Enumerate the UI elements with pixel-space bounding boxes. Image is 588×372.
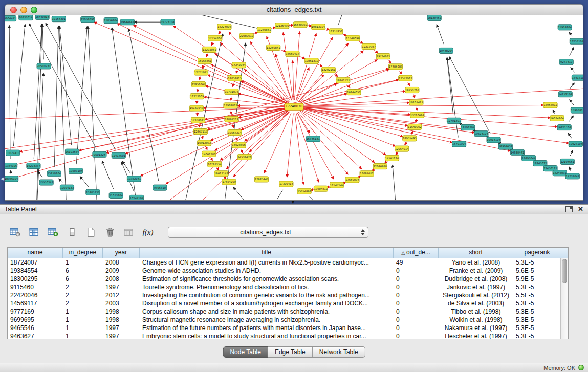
graph-node[interactable]: 12417501	[112, 152, 125, 158]
graph-node[interactable]: 10914104	[487, 137, 501, 143]
graph-node[interactable]: 15354861	[297, 188, 311, 194]
graph-node[interactable]: 12104551	[560, 159, 574, 164]
graph-node[interactable]: 19507104	[69, 168, 83, 174]
graph-node[interactable]: 12217452	[329, 29, 343, 34]
graph-node[interactable]: 18130452	[427, 15, 441, 21]
graph-node[interactable]: 18224006	[217, 24, 232, 30]
table-selector[interactable]: citations_edges.txt	[168, 227, 368, 238]
graph-node[interactable]: 13202161	[321, 67, 335, 73]
float-panel-icon[interactable]	[565, 206, 573, 212]
vertical-scrollbar[interactable]	[560, 258, 568, 339]
graph-node[interactable]: 18936104	[5, 176, 18, 182]
graph-node[interactable]: 16912072	[197, 140, 211, 146]
graph-node[interactable]: 18440814	[35, 15, 50, 20]
graph-node[interactable]: 13902021	[224, 103, 237, 108]
column-header-pagerank[interactable]: pagerank	[513, 248, 561, 258]
graph-node[interactable]: 19448294	[439, 48, 453, 53]
graph-node[interactable]: 19644441	[120, 19, 134, 25]
graph-node[interactable]: 18067212	[225, 116, 238, 122]
column-header-name[interactable]: name	[8, 248, 63, 258]
graph-node[interactable]: 10797354	[208, 161, 222, 167]
graph-node[interactable]: 14538476	[237, 154, 252, 160]
minimize-window-icon[interactable]	[20, 7, 27, 13]
graph-node[interactable]: 15958012	[543, 102, 557, 108]
graph-node[interactable]: 19352041	[127, 176, 141, 182]
graph-node[interactable]: 14062301	[202, 151, 216, 157]
graph-node[interactable]: 9501324	[93, 151, 106, 157]
graph-node[interactable]: 18753716	[405, 87, 420, 93]
graph-node[interactable]: 10244104	[129, 195, 144, 200]
graph-node[interactable]: 10833014	[19, 15, 33, 20]
graph-node[interactable]: 16821104	[557, 124, 572, 130]
graph-node[interactable]: 17625443	[254, 177, 268, 182]
graph-node[interactable]: 16023806	[232, 142, 246, 148]
graph-node[interactable]: 13550341	[39, 180, 53, 185]
import-table-button[interactable]	[123, 226, 135, 238]
graph-node[interactable]: 11013104	[109, 192, 123, 198]
new-table-button[interactable]	[85, 226, 97, 238]
graph-node[interactable]: 16904471	[5, 16, 16, 21]
graph-node[interactable]: 17280861	[257, 27, 271, 33]
row-options-button[interactable]	[66, 226, 78, 238]
graph-node[interactable]: 10731073	[225, 89, 238, 94]
close-window-icon[interactable]	[10, 7, 17, 13]
graph-node[interactable]: 16640950	[293, 22, 307, 28]
graph-node[interactable]: 9395810	[153, 185, 167, 190]
graph-node[interactable]: 10923104	[569, 141, 583, 147]
graph-node[interactable]: 14242044	[232, 62, 246, 68]
network-canvas[interactable]: 1724007018224006175543061220206116058361…	[5, 15, 583, 201]
graph-node[interactable]: 16791904	[452, 141, 466, 147]
graph-node[interactable]: 17358091	[191, 117, 205, 123]
collapse-left-arrow-icon[interactable]: ◀	[1, 176, 4, 181]
column-header-title[interactable]: title	[140, 248, 394, 258]
graph-node[interactable]: 15345131	[306, 136, 320, 142]
graph-node[interactable]: 16034904	[550, 115, 564, 121]
graph-node[interactable]: 16660417	[286, 51, 299, 56]
graph-node[interactable]: 16893044	[522, 155, 536, 161]
table-row[interactable]: 946554611997Estimation of the future num…	[8, 324, 568, 332]
zoom-window-icon[interactable]	[31, 7, 37, 13]
graph-node[interactable]: 14152104	[558, 92, 573, 97]
graph-node[interactable]: 10504133	[60, 185, 74, 190]
graph-node[interactable]: 17554306	[208, 35, 223, 41]
graph-node[interactable]: 16203337	[27, 163, 40, 168]
graph-node[interactable]: 15914104	[558, 25, 572, 30]
graph-node[interactable]: 17731041	[565, 173, 579, 179]
graph-node[interactable]: 19734933	[376, 54, 390, 59]
graph-node[interactable]: 12791301	[447, 118, 461, 123]
graph-node[interactable]: 15056804	[104, 18, 118, 24]
table-row[interactable]: 911546021997Tourette syndrome. Phenomeno…	[8, 283, 568, 291]
graph-node[interactable]: 16617143	[214, 171, 228, 177]
graph-node[interactable]: 18413104	[572, 75, 583, 80]
function-builder-button[interactable]: f(x)	[142, 226, 154, 238]
graph-node[interactable]: 17240070	[285, 103, 303, 110]
graph-node[interactable]: 16261521	[336, 77, 350, 83]
graph-node[interactable]: 17659094	[345, 177, 360, 183]
graph-node[interactable]: 12052091	[81, 17, 95, 23]
graph-node[interactable]: 19245012	[533, 160, 547, 166]
column-header-out_de[interactable]: △out_de...	[394, 248, 439, 258]
graph-node[interactable]: 20510231	[37, 63, 51, 69]
graph-node[interactable]: 12951067	[191, 81, 205, 87]
graph-node[interactable]: 12054914	[395, 146, 409, 151]
graph-node[interactable]: 17604810	[314, 186, 328, 191]
graph-node[interactable]: 18955495	[403, 136, 417, 141]
graph-node[interactable]: 18245031	[553, 170, 567, 176]
graph-node[interactable]: 17577913	[399, 75, 412, 81]
graph-node[interactable]: 16253104	[570, 38, 583, 44]
table-row[interactable]: 946362711997Embryonic stem cells: a mode…	[8, 332, 568, 339]
graph-node[interactable]: 14890441	[510, 149, 524, 155]
graph-node[interactable]: 22089610	[239, 33, 253, 39]
graph-node[interactable]: 35723104	[161, 19, 175, 25]
graph-node[interactable]: 18191304	[461, 124, 475, 130]
table-row[interactable]: 1456911722003Disruption of a novel membe…	[8, 299, 568, 308]
graph-node[interactable]: 17309414	[279, 181, 294, 187]
window-titlebar[interactable]: citations_edges.txt	[5, 4, 583, 15]
show-columns-button[interactable]	[28, 226, 40, 238]
graph-node[interactable]: 12202061	[203, 47, 216, 52]
graph-node[interactable]: 12125439	[275, 23, 289, 29]
table-row[interactable]: 969969511998Structural magnetic resonanc…	[8, 316, 568, 324]
graph-node[interactable]: 11540962	[408, 124, 422, 129]
graph-node[interactable]: 19624104	[474, 131, 489, 137]
table-row[interactable]: 1872400712008Changes of HCN gene express…	[8, 258, 568, 267]
